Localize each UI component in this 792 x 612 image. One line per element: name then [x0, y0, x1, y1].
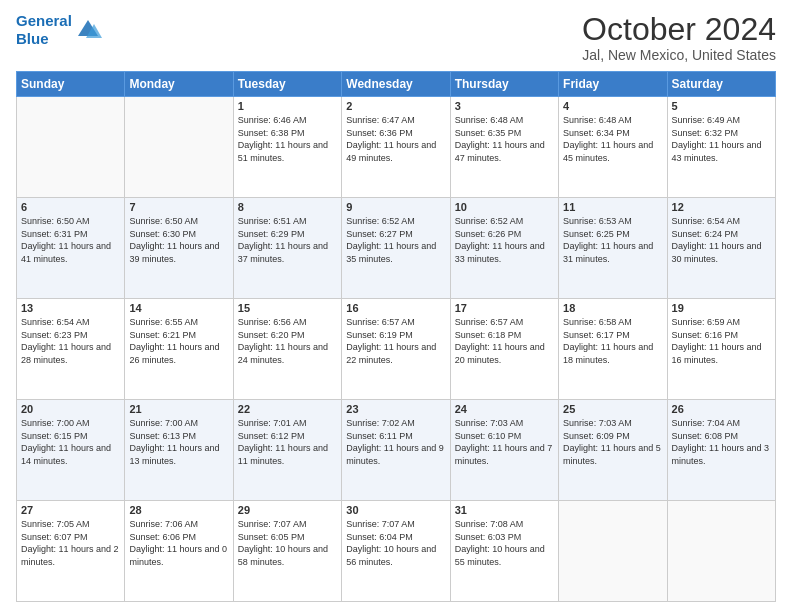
day-number: 24	[455, 403, 554, 415]
calendar-header-row: Sunday Monday Tuesday Wednesday Thursday…	[17, 72, 776, 97]
calendar-cell: 17Sunrise: 6:57 AM Sunset: 6:18 PM Dayli…	[450, 299, 558, 400]
calendar-cell: 7Sunrise: 6:50 AM Sunset: 6:30 PM Daylig…	[125, 198, 233, 299]
location: Jal, New Mexico, United States	[582, 47, 776, 63]
logo-blue: Blue	[16, 30, 72, 48]
calendar-cell: 20Sunrise: 7:00 AM Sunset: 6:15 PM Dayli…	[17, 400, 125, 501]
day-info: Sunrise: 6:57 AM Sunset: 6:18 PM Dayligh…	[455, 316, 554, 366]
calendar-cell: 4Sunrise: 6:48 AM Sunset: 6:34 PM Daylig…	[559, 97, 667, 198]
calendar-cell: 30Sunrise: 7:07 AM Sunset: 6:04 PM Dayli…	[342, 501, 450, 602]
day-number: 5	[672, 100, 771, 112]
calendar-week-3: 13Sunrise: 6:54 AM Sunset: 6:23 PM Dayli…	[17, 299, 776, 400]
day-info: Sunrise: 6:56 AM Sunset: 6:20 PM Dayligh…	[238, 316, 337, 366]
day-info: Sunrise: 7:03 AM Sunset: 6:09 PM Dayligh…	[563, 417, 662, 467]
logo-text: General	[16, 12, 72, 30]
day-number: 13	[21, 302, 120, 314]
day-number: 9	[346, 201, 445, 213]
day-number: 17	[455, 302, 554, 314]
day-number: 3	[455, 100, 554, 112]
day-info: Sunrise: 6:50 AM Sunset: 6:31 PM Dayligh…	[21, 215, 120, 265]
calendar-cell: 11Sunrise: 6:53 AM Sunset: 6:25 PM Dayli…	[559, 198, 667, 299]
day-info: Sunrise: 7:07 AM Sunset: 6:05 PM Dayligh…	[238, 518, 337, 568]
day-info: Sunrise: 6:51 AM Sunset: 6:29 PM Dayligh…	[238, 215, 337, 265]
calendar-cell: 10Sunrise: 6:52 AM Sunset: 6:26 PM Dayli…	[450, 198, 558, 299]
day-info: Sunrise: 7:07 AM Sunset: 6:04 PM Dayligh…	[346, 518, 445, 568]
calendar-week-1: 1Sunrise: 6:46 AM Sunset: 6:38 PM Daylig…	[17, 97, 776, 198]
calendar-cell: 31Sunrise: 7:08 AM Sunset: 6:03 PM Dayli…	[450, 501, 558, 602]
day-info: Sunrise: 6:52 AM Sunset: 6:27 PM Dayligh…	[346, 215, 445, 265]
day-number: 19	[672, 302, 771, 314]
calendar-week-2: 6Sunrise: 6:50 AM Sunset: 6:31 PM Daylig…	[17, 198, 776, 299]
day-info: Sunrise: 6:57 AM Sunset: 6:19 PM Dayligh…	[346, 316, 445, 366]
col-sunday: Sunday	[17, 72, 125, 97]
day-number: 28	[129, 504, 228, 516]
calendar-cell: 9Sunrise: 6:52 AM Sunset: 6:27 PM Daylig…	[342, 198, 450, 299]
day-number: 30	[346, 504, 445, 516]
col-friday: Friday	[559, 72, 667, 97]
calendar-cell: 5Sunrise: 6:49 AM Sunset: 6:32 PM Daylig…	[667, 97, 775, 198]
calendar-cell: 3Sunrise: 6:48 AM Sunset: 6:35 PM Daylig…	[450, 97, 558, 198]
day-number: 26	[672, 403, 771, 415]
day-info: Sunrise: 6:54 AM Sunset: 6:23 PM Dayligh…	[21, 316, 120, 366]
day-info: Sunrise: 7:02 AM Sunset: 6:11 PM Dayligh…	[346, 417, 445, 467]
calendar-cell	[559, 501, 667, 602]
logo-icon	[74, 16, 102, 44]
calendar-cell: 21Sunrise: 7:00 AM Sunset: 6:13 PM Dayli…	[125, 400, 233, 501]
calendar-table: Sunday Monday Tuesday Wednesday Thursday…	[16, 71, 776, 602]
day-info: Sunrise: 7:08 AM Sunset: 6:03 PM Dayligh…	[455, 518, 554, 568]
calendar-week-5: 27Sunrise: 7:05 AM Sunset: 6:07 PM Dayli…	[17, 501, 776, 602]
calendar-cell: 6Sunrise: 6:50 AM Sunset: 6:31 PM Daylig…	[17, 198, 125, 299]
month-title: October 2024	[582, 12, 776, 47]
day-number: 14	[129, 302, 228, 314]
calendar-cell: 16Sunrise: 6:57 AM Sunset: 6:19 PM Dayli…	[342, 299, 450, 400]
col-wednesday: Wednesday	[342, 72, 450, 97]
day-number: 23	[346, 403, 445, 415]
calendar-cell: 23Sunrise: 7:02 AM Sunset: 6:11 PM Dayli…	[342, 400, 450, 501]
day-number: 2	[346, 100, 445, 112]
calendar-cell	[17, 97, 125, 198]
day-number: 4	[563, 100, 662, 112]
calendar-cell: 18Sunrise: 6:58 AM Sunset: 6:17 PM Dayli…	[559, 299, 667, 400]
calendar-cell: 13Sunrise: 6:54 AM Sunset: 6:23 PM Dayli…	[17, 299, 125, 400]
day-number: 1	[238, 100, 337, 112]
calendar-cell	[667, 501, 775, 602]
day-number: 7	[129, 201, 228, 213]
day-info: Sunrise: 7:06 AM Sunset: 6:06 PM Dayligh…	[129, 518, 228, 568]
day-number: 18	[563, 302, 662, 314]
calendar-cell: 12Sunrise: 6:54 AM Sunset: 6:24 PM Dayli…	[667, 198, 775, 299]
day-number: 29	[238, 504, 337, 516]
title-block: October 2024 Jal, New Mexico, United Sta…	[582, 12, 776, 63]
day-info: Sunrise: 7:03 AM Sunset: 6:10 PM Dayligh…	[455, 417, 554, 467]
col-thursday: Thursday	[450, 72, 558, 97]
calendar-cell: 1Sunrise: 6:46 AM Sunset: 6:38 PM Daylig…	[233, 97, 341, 198]
day-number: 25	[563, 403, 662, 415]
day-info: Sunrise: 7:04 AM Sunset: 6:08 PM Dayligh…	[672, 417, 771, 467]
day-info: Sunrise: 7:00 AM Sunset: 6:13 PM Dayligh…	[129, 417, 228, 467]
day-info: Sunrise: 6:50 AM Sunset: 6:30 PM Dayligh…	[129, 215, 228, 265]
calendar-cell: 29Sunrise: 7:07 AM Sunset: 6:05 PM Dayli…	[233, 501, 341, 602]
logo-general: General	[16, 12, 72, 29]
day-number: 16	[346, 302, 445, 314]
calendar-cell: 2Sunrise: 6:47 AM Sunset: 6:36 PM Daylig…	[342, 97, 450, 198]
day-number: 6	[21, 201, 120, 213]
col-saturday: Saturday	[667, 72, 775, 97]
day-info: Sunrise: 7:01 AM Sunset: 6:12 PM Dayligh…	[238, 417, 337, 467]
calendar-cell: 26Sunrise: 7:04 AM Sunset: 6:08 PM Dayli…	[667, 400, 775, 501]
day-info: Sunrise: 7:00 AM Sunset: 6:15 PM Dayligh…	[21, 417, 120, 467]
calendar-cell: 15Sunrise: 6:56 AM Sunset: 6:20 PM Dayli…	[233, 299, 341, 400]
calendar-cell: 24Sunrise: 7:03 AM Sunset: 6:10 PM Dayli…	[450, 400, 558, 501]
day-number: 12	[672, 201, 771, 213]
day-number: 27	[21, 504, 120, 516]
day-info: Sunrise: 6:53 AM Sunset: 6:25 PM Dayligh…	[563, 215, 662, 265]
day-info: Sunrise: 6:48 AM Sunset: 6:35 PM Dayligh…	[455, 114, 554, 164]
day-info: Sunrise: 6:48 AM Sunset: 6:34 PM Dayligh…	[563, 114, 662, 164]
day-info: Sunrise: 6:46 AM Sunset: 6:38 PM Dayligh…	[238, 114, 337, 164]
header: General Blue October 2024 Jal, New Mexic…	[16, 12, 776, 63]
day-number: 31	[455, 504, 554, 516]
day-info: Sunrise: 6:52 AM Sunset: 6:26 PM Dayligh…	[455, 215, 554, 265]
day-number: 15	[238, 302, 337, 314]
day-info: Sunrise: 6:49 AM Sunset: 6:32 PM Dayligh…	[672, 114, 771, 164]
calendar-cell: 25Sunrise: 7:03 AM Sunset: 6:09 PM Dayli…	[559, 400, 667, 501]
calendar-cell: 22Sunrise: 7:01 AM Sunset: 6:12 PM Dayli…	[233, 400, 341, 501]
calendar-week-4: 20Sunrise: 7:00 AM Sunset: 6:15 PM Dayli…	[17, 400, 776, 501]
day-info: Sunrise: 7:05 AM Sunset: 6:07 PM Dayligh…	[21, 518, 120, 568]
